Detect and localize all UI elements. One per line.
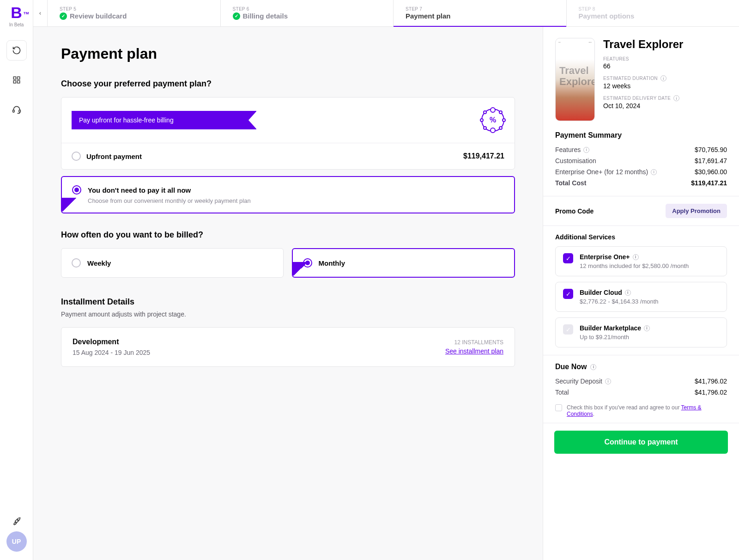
svg-point-6: [17, 520, 18, 521]
back-button[interactable]: [33, 0, 47, 26]
svc3-sub: Up to $9.21/month: [580, 334, 650, 341]
row-total-k: Total Cost: [555, 179, 586, 187]
due-dep-k: Security Deposit: [555, 377, 602, 385]
step-7-label: STEP 7: [406, 6, 554, 12]
freq-weekly[interactable]: Weekly: [61, 248, 284, 278]
logo-tm: TM: [24, 6, 29, 21]
features-value: 66: [603, 62, 683, 70]
step-5-title: Review buildcard: [70, 12, 127, 20]
see-installment-link[interactable]: See installment plan: [445, 347, 503, 355]
main-column: STEP 5 ✓ Review buildcard STEP 6 ✓ Billi…: [33, 0, 739, 560]
service-builder-marketplace[interactable]: ✓ Builder Marketplacei Up to $9.21/month: [555, 317, 727, 347]
svc1-name: Enterprise One+: [580, 253, 630, 261]
apply-promotion-button[interactable]: Apply Promotion: [666, 204, 727, 218]
installment-sub: Choose from our convenient monthly or we…: [88, 197, 504, 204]
project-name: Travel Explorer: [603, 38, 683, 51]
row-features-k: Features: [555, 146, 581, 153]
terms-text: Check this box if you've read and agree …: [567, 404, 727, 417]
checkbox-on-icon[interactable]: ✓: [563, 289, 573, 299]
weekly-label: Weekly: [87, 259, 111, 267]
svc2-sub: $2,776.22 - $4,164.33 /month: [580, 298, 659, 305]
duration-value: 12 weeks: [603, 82, 683, 90]
features-label: FEATURES: [603, 56, 683, 61]
freq-monthly[interactable]: Monthly: [292, 248, 515, 278]
check-icon: ✓: [233, 12, 240, 20]
inst-heading: Installment Details: [61, 297, 515, 307]
inst-dates: 15 Aug 2024 - 19 Jun 2025: [73, 349, 150, 356]
row-custom-v: $17,691.47: [695, 157, 727, 164]
checkbox-off-icon[interactable]: ✓: [563, 324, 573, 335]
inst-subtext: Payment amount adjusts with project stag…: [61, 310, 515, 318]
choose-heading: Choose your preferred payment plan?: [61, 79, 515, 89]
project-thumbnail: ····· Travel Explorer: [555, 38, 595, 121]
delivery-label: ESTIMATED DELIVERY DATE: [603, 96, 671, 101]
discount-icon: %: [481, 109, 504, 132]
brand-logo: B TM In Beta: [9, 5, 24, 27]
step-6[interactable]: STEP 6 ✓ Billing details: [220, 0, 394, 26]
undo-icon[interactable]: [6, 40, 27, 61]
radio-monthly[interactable]: [303, 258, 312, 268]
rocket-icon[interactable]: [6, 511, 27, 531]
radio-weekly[interactable]: [72, 258, 81, 268]
due-now-header: Due Now: [555, 363, 587, 371]
svg-rect-1: [17, 77, 19, 79]
installment-detail-card: Development 15 Aug 2024 - 19 Jun 2025 12…: [61, 327, 515, 367]
info-icon[interactable]: i: [583, 147, 589, 153]
monthly-label: Monthly: [319, 259, 345, 267]
step-5-label: STEP 5: [60, 6, 208, 12]
freq-heading: How often do you want to be billed?: [61, 230, 515, 240]
step-8-label: STEP 8: [579, 6, 727, 12]
inst-phase: Development: [73, 338, 150, 346]
body-row: Payment plan Choose your preferred payme…: [33, 27, 739, 560]
delivery-value: Oct 10, 2024: [603, 102, 683, 110]
checkbox-on-icon[interactable]: ✓: [563, 253, 573, 263]
step-8: STEP 8 Payment options: [566, 0, 739, 26]
info-icon[interactable]: i: [660, 75, 666, 81]
info-icon[interactable]: i: [644, 325, 650, 331]
service-enterprise-one[interactable]: ✓ Enterprise One+i 12 months included fo…: [555, 246, 727, 276]
duration-label: ESTIMATED DURATION: [603, 76, 658, 81]
step-7[interactable]: STEP 7 Payment plan: [393, 0, 566, 26]
step-6-title: Billing details: [243, 12, 288, 20]
svg-rect-2: [13, 81, 16, 83]
upfront-option[interactable]: Upfront payment $119,417.21: [61, 143, 515, 169]
info-icon[interactable]: i: [651, 169, 657, 175]
svc3-name: Builder Marketplace: [580, 324, 641, 332]
due-dep-v: $41,796.02: [695, 377, 727, 385]
info-icon[interactable]: i: [590, 364, 596, 370]
row-total-v: $119,417.21: [691, 179, 727, 187]
content-area: Payment plan Choose your preferred payme…: [33, 27, 543, 560]
upfront-label: Upfront payment: [86, 152, 142, 160]
check-icon: ✓: [60, 12, 67, 20]
radio-upfront[interactable]: [72, 152, 81, 161]
payment-summary-header: Payment Summary: [555, 131, 727, 140]
step-5[interactable]: STEP 5 ✓ Review buildcard: [47, 0, 220, 26]
installment-option[interactable]: You don't need to pay it all now Choose …: [61, 176, 515, 213]
service-builder-cloud[interactable]: ✓ Builder Cloudi $2,776.22 - $4,164.33 /…: [555, 282, 727, 312]
info-icon[interactable]: i: [673, 95, 679, 101]
terms-checkbox[interactable]: [555, 404, 562, 411]
user-avatar[interactable]: UP: [6, 531, 27, 552]
continue-to-payment-button[interactable]: Continue to payment: [554, 431, 728, 454]
svc1-sub: 12 months included for $2,580.00 /month: [580, 262, 689, 269]
info-icon[interactable]: i: [633, 254, 639, 260]
steps-bar: STEP 5 ✓ Review buildcard STEP 6 ✓ Billi…: [33, 0, 739, 27]
svg-rect-0: [13, 77, 16, 79]
inst-count: 12 INSTALLMENTS: [445, 339, 503, 346]
svg-rect-5: [19, 110, 20, 112]
promo-label: Promo Code: [555, 207, 594, 215]
row-features-v: $70,765.90: [695, 146, 727, 153]
headset-icon[interactable]: [6, 99, 27, 120]
upfront-banner: Pay upfront for hassle-free billing: [72, 111, 256, 129]
info-icon[interactable]: i: [605, 378, 611, 384]
beta-label: In Beta: [9, 22, 24, 27]
step-7-title: Payment plan: [406, 12, 451, 20]
upfront-price: $119,417.21: [463, 152, 504, 160]
svc2-name: Builder Cloud: [580, 289, 622, 296]
page-title: Payment plan: [61, 45, 515, 62]
logo-letter: B TM: [9, 5, 24, 20]
radio-installment[interactable]: [72, 185, 81, 195]
grid-icon[interactable]: [6, 70, 27, 90]
row-ent-v: $30,960.00: [695, 168, 727, 176]
info-icon[interactable]: i: [625, 290, 631, 296]
